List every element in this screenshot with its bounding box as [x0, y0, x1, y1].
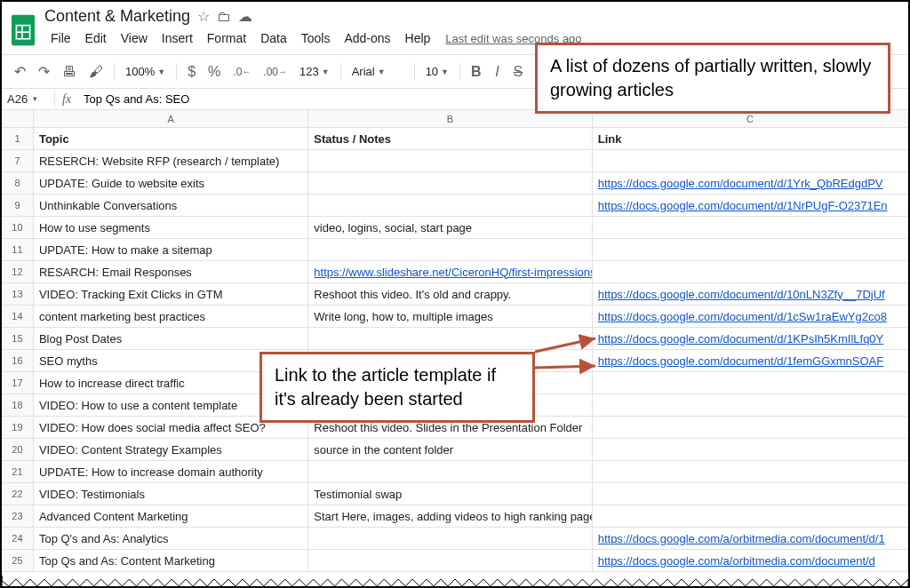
cell[interactable]: VIDEO: Testimonials: [34, 483, 308, 505]
link[interactable]: https://docs.google.com/document/d/1cSw1…: [598, 310, 887, 323]
cell[interactable]: [593, 439, 908, 460]
format-percent-icon[interactable]: %: [203, 60, 226, 83]
cell[interactable]: https://docs.google.com/document/d/1Yrk_…: [593, 172, 908, 194]
cell[interactable]: https://docs.google.com/document/d/1femG…: [593, 350, 908, 371]
italic-icon[interactable]: I: [489, 60, 507, 83]
menu-format[interactable]: Format: [201, 28, 252, 49]
cell[interactable]: [308, 150, 592, 171]
cloud-icon[interactable]: ☁: [238, 8, 252, 25]
cell[interactable]: [593, 505, 908, 527]
row-header[interactable]: 15: [2, 328, 34, 349]
row-header[interactable]: 10: [2, 217, 34, 238]
cell[interactable]: https://docs.google.com/a/orbitmedia.com…: [593, 528, 908, 549]
link[interactable]: https://docs.google.com/document/d/1KPsI…: [598, 332, 884, 346]
select-all-corner[interactable]: [2, 110, 34, 127]
strikethrough-icon[interactable]: S: [508, 60, 529, 83]
link[interactable]: https://docs.google.com/a/orbitmedia.com…: [598, 554, 875, 568]
font-size-select[interactable]: 10▼: [420, 61, 454, 82]
cell[interactable]: [308, 195, 592, 216]
cell[interactable]: RESERCH: Website RFP (research / templat…: [34, 150, 308, 171]
cell[interactable]: [593, 417, 908, 438]
cell[interactable]: Link: [593, 128, 908, 149]
cell[interactable]: VIDEO: Tracking Exit Clicks in GTM: [34, 283, 308, 305]
link[interactable]: https://docs.google.com/document/d/10nLN…: [598, 288, 885, 301]
cell[interactable]: Blog Post Dates: [34, 328, 308, 349]
paint-format-icon[interactable]: 🖌: [84, 60, 108, 83]
row-header[interactable]: 13: [2, 283, 34, 305]
row-header[interactable]: 16: [2, 350, 34, 371]
menu-edit[interactable]: Edit: [79, 28, 113, 49]
row-header[interactable]: 8: [2, 172, 34, 194]
decrease-decimal-icon[interactable]: .0←: [228, 62, 256, 82]
row-header[interactable]: 17: [2, 372, 34, 393]
link[interactable]: https://docs.google.com/document/d/1NrPU…: [598, 199, 888, 212]
link[interactable]: https://docs.google.com/a/orbitmedia.com…: [598, 532, 885, 545]
cell[interactable]: Testimonial swap: [308, 483, 592, 505]
cell[interactable]: https://docs.google.com/document/d/10nLN…: [593, 283, 908, 305]
row-header[interactable]: 18: [2, 394, 34, 416]
redo-icon[interactable]: ↷: [33, 60, 55, 83]
cell[interactable]: content marketing best practices: [34, 306, 308, 327]
row-header[interactable]: 12: [2, 261, 34, 282]
star-icon[interactable]: ☆: [197, 8, 210, 25]
menu-file[interactable]: File: [44, 28, 77, 49]
cell[interactable]: UPDATE: Guide to website exits: [34, 172, 308, 194]
cell[interactable]: [593, 150, 908, 171]
row-header[interactable]: 19: [2, 417, 34, 438]
cell[interactable]: [593, 239, 908, 260]
bold-icon[interactable]: B: [466, 60, 487, 83]
cell[interactable]: VIDEO: Content Strategy Examples: [34, 439, 308, 460]
cell[interactable]: [593, 217, 908, 238]
menu-data[interactable]: Data: [254, 28, 293, 49]
sheets-logo[interactable]: [9, 12, 37, 48]
cell[interactable]: https://docs.google.com/document/d/1cSw1…: [593, 306, 908, 327]
row-header[interactable]: 22: [2, 483, 34, 505]
cell[interactable]: UPDATE: How to increase domain authority: [34, 461, 308, 482]
cell[interactable]: https://docs.google.com/document/d/1NrPU…: [593, 195, 908, 216]
cell[interactable]: source in the content folder: [308, 439, 592, 460]
row-header[interactable]: 21: [2, 461, 34, 482]
menu-insert[interactable]: Insert: [156, 28, 199, 49]
cell[interactable]: video, logins, social, start page: [308, 217, 592, 238]
cell[interactable]: RESARCH: Email Responses: [34, 261, 308, 282]
cell[interactable]: [593, 461, 908, 482]
link[interactable]: https://www.slideshare.net/CiceronHQ/fir…: [314, 266, 592, 279]
cell[interactable]: Start Here, images, adding videos to hig…: [308, 505, 592, 527]
cell[interactable]: [308, 172, 592, 194]
format-currency-icon[interactable]: $: [182, 60, 201, 83]
cell[interactable]: Top Qs and As: Content Marketing: [34, 550, 308, 571]
row-header[interactable]: 25: [2, 550, 34, 571]
cell[interactable]: Status / Notes: [308, 128, 592, 149]
column-header-a[interactable]: A: [34, 110, 308, 127]
cell[interactable]: How to use segments: [34, 217, 308, 238]
increase-decimal-icon[interactable]: .00→: [258, 62, 292, 82]
cell[interactable]: Reshoot this video. It's old and crappy.: [308, 283, 592, 305]
cell[interactable]: [593, 372, 908, 393]
cell[interactable]: https://www.slideshare.net/CiceronHQ/fir…: [308, 261, 592, 282]
font-select[interactable]: Arial▼: [347, 61, 409, 82]
link[interactable]: https://docs.google.com/document/d/1Yrk_…: [598, 177, 883, 190]
cell[interactable]: [308, 461, 592, 482]
cell[interactable]: [308, 550, 592, 571]
row-header[interactable]: 20: [2, 439, 34, 460]
menu-tools[interactable]: Tools: [295, 28, 337, 49]
menu-addons[interactable]: Add-ons: [338, 28, 396, 49]
more-formats-select[interactable]: 123▼: [294, 61, 335, 82]
cell[interactable]: [593, 483, 908, 505]
cell[interactable]: [593, 261, 908, 282]
row-header[interactable]: 7: [2, 150, 34, 171]
name-box[interactable]: A26▼: [2, 91, 55, 107]
cell[interactable]: Topic: [34, 128, 308, 149]
row-header[interactable]: 1: [2, 128, 34, 149]
cell[interactable]: Advanced Content Marketing: [34, 505, 308, 527]
cell[interactable]: Top Q's and As: Analytics: [34, 528, 308, 549]
cell[interactable]: Write long, how to, multiple images: [308, 306, 592, 327]
row-header[interactable]: 14: [2, 306, 34, 327]
menu-help[interactable]: Help: [399, 28, 437, 49]
undo-icon[interactable]: ↶: [9, 60, 31, 83]
print-icon[interactable]: 🖶: [57, 60, 82, 83]
cell[interactable]: [308, 528, 592, 549]
cell[interactable]: [593, 394, 908, 416]
cell[interactable]: Unthinkable Conversations: [34, 195, 308, 216]
cell[interactable]: UPDATE: How to make a sitemap: [34, 239, 308, 260]
